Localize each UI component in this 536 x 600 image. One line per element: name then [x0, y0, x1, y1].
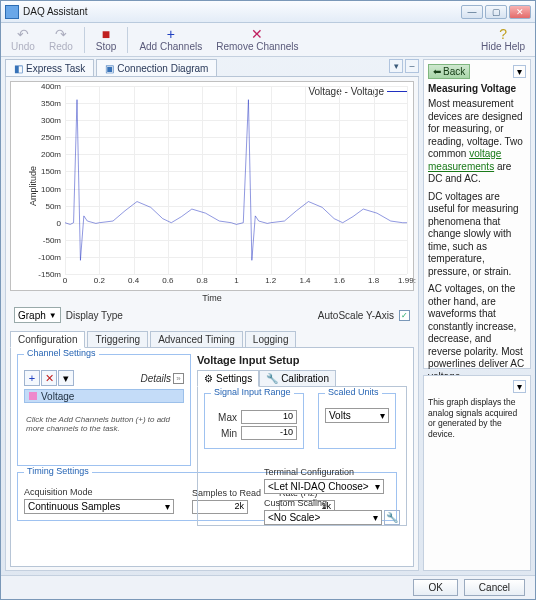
- help-dropdown-2[interactable]: ▾: [513, 380, 526, 393]
- back-arrow-icon: ⬅: [433, 66, 441, 77]
- tab-advanced-timing[interactable]: Advanced Timing: [150, 331, 243, 348]
- max-label: Max: [211, 412, 237, 423]
- chevron-down-icon: ▼: [49, 311, 57, 320]
- cancel-button[interactable]: Cancel: [464, 579, 525, 596]
- acq-mode-select[interactable]: Continuous Samples▾: [24, 499, 174, 514]
- subtab-calibration[interactable]: 🔧Calibration: [259, 370, 336, 387]
- channel-row-voltage[interactable]: Voltage: [24, 389, 184, 403]
- tab-logging[interactable]: Logging: [245, 331, 297, 348]
- channel-type-icon: [29, 392, 37, 400]
- help-icon: ?: [499, 27, 507, 41]
- add-channels-button[interactable]: +Add Channels: [133, 25, 208, 54]
- display-type-select[interactable]: Graph▼: [14, 307, 61, 323]
- autoscale-checkbox[interactable]: ✓: [399, 310, 410, 321]
- units-group: Scaled Units Volts▾: [318, 393, 396, 449]
- details-label: Details: [140, 373, 171, 384]
- chevron-down-icon: ▾: [375, 481, 380, 492]
- ok-button[interactable]: OK: [413, 579, 457, 596]
- diagram-icon: ▣: [105, 63, 114, 74]
- tab-minimize[interactable]: –: [405, 59, 419, 73]
- min-input[interactable]: -10: [241, 426, 297, 440]
- stop-icon: ■: [102, 27, 110, 41]
- calibration-icon: 🔧: [266, 373, 278, 384]
- undo-button[interactable]: ↶Undo: [5, 25, 41, 54]
- scaling-select[interactable]: <No Scale>▾: [264, 510, 382, 525]
- titlebar: DAQ Assistant — ▢ ✕: [1, 1, 535, 23]
- window-title: DAQ Assistant: [23, 6, 461, 17]
- app-window: DAQ Assistant — ▢ ✕ ↶Undo ↷Redo ■Stop +A…: [0, 0, 536, 600]
- help-dropdown[interactable]: ▾: [513, 65, 526, 78]
- redo-icon: ↷: [55, 27, 67, 41]
- help-panel-bottom: ▾ This graph displays the analog signals…: [423, 375, 531, 571]
- footer: OK Cancel: [1, 575, 535, 599]
- tab-triggering[interactable]: Triggering: [87, 331, 148, 348]
- help-title: Measuring Voltage: [428, 83, 526, 94]
- autoscale-label: AutoScale Y-Axis: [318, 310, 394, 321]
- x-icon: ✕: [251, 27, 263, 41]
- terminal-select[interactable]: <Let NI-DAQ Choose>▾: [264, 479, 384, 494]
- units-select[interactable]: Volts▾: [325, 408, 389, 423]
- tab-configuration[interactable]: Configuration: [10, 331, 85, 348]
- range-group: Signal Input Range Max10 Min-10: [204, 393, 304, 449]
- minimize-button[interactable]: —: [461, 5, 483, 19]
- app-icon: [5, 5, 19, 19]
- tab-connection-diagram[interactable]: ▣Connection Diagram: [96, 59, 217, 76]
- plus-icon: +: [167, 27, 175, 41]
- tab-dropdown[interactable]: ▾: [389, 59, 403, 73]
- tab-express-task[interactable]: ◧Express Task: [5, 59, 94, 76]
- help-back-button[interactable]: ⬅Back: [428, 64, 470, 79]
- setup-title: Voltage Input Setup: [197, 354, 407, 366]
- redo-button[interactable]: ↷Redo: [43, 25, 79, 54]
- maximize-button[interactable]: ▢: [485, 5, 507, 19]
- min-label: Min: [211, 428, 237, 439]
- help-panel-top: ⬅Back ▾ Measuring Voltage Most measureme…: [423, 59, 531, 369]
- details-expand-button[interactable]: »: [173, 373, 184, 384]
- undo-icon: ↶: [17, 27, 29, 41]
- display-type-label: Display Type: [66, 310, 123, 321]
- chevron-down-icon: ▾: [373, 512, 378, 523]
- acq-mode-label: Acquisition Mode: [24, 487, 174, 497]
- main-tabs: ◧Express Task ▣Connection Diagram ▾ –: [5, 59, 419, 77]
- settings-icon: ⚙: [204, 373, 213, 384]
- x-axis-label: Time: [10, 293, 414, 303]
- express-icon: ◧: [14, 63, 23, 74]
- add-channel-button[interactable]: +: [24, 370, 40, 386]
- channel-menu-button[interactable]: ▾: [58, 370, 74, 386]
- channel-settings-group: Channel Settings + ✕ ▾ Details: [17, 354, 191, 466]
- scaling-wizard-button[interactable]: 🔧: [384, 510, 400, 525]
- max-input[interactable]: 10: [241, 410, 297, 424]
- add-channel-hint: Click the Add Channels button (+) to add…: [24, 413, 184, 435]
- subtab-settings[interactable]: ⚙Settings: [197, 370, 259, 387]
- scaling-label: Custom Scaling: [264, 498, 400, 508]
- terminal-label: Terminal Configuration: [264, 467, 400, 477]
- stop-button[interactable]: ■Stop: [90, 25, 123, 54]
- remove-channels-button[interactable]: ✕Remove Channels: [210, 25, 304, 54]
- hide-help-button[interactable]: ?Hide Help: [475, 25, 531, 54]
- help-text: Most measurement devices are designed fo…: [428, 98, 526, 383]
- chart: Voltage - Voltage Amplitude -150m-100m-5…: [10, 81, 414, 291]
- delete-channel-button[interactable]: ✕: [41, 370, 57, 386]
- chevron-down-icon: ▾: [165, 501, 170, 512]
- close-button[interactable]: ✕: [509, 5, 531, 19]
- chevron-down-icon: ▾: [380, 410, 385, 421]
- toolbar: ↶Undo ↷Redo ■Stop +Add Channels ✕Remove …: [1, 23, 535, 57]
